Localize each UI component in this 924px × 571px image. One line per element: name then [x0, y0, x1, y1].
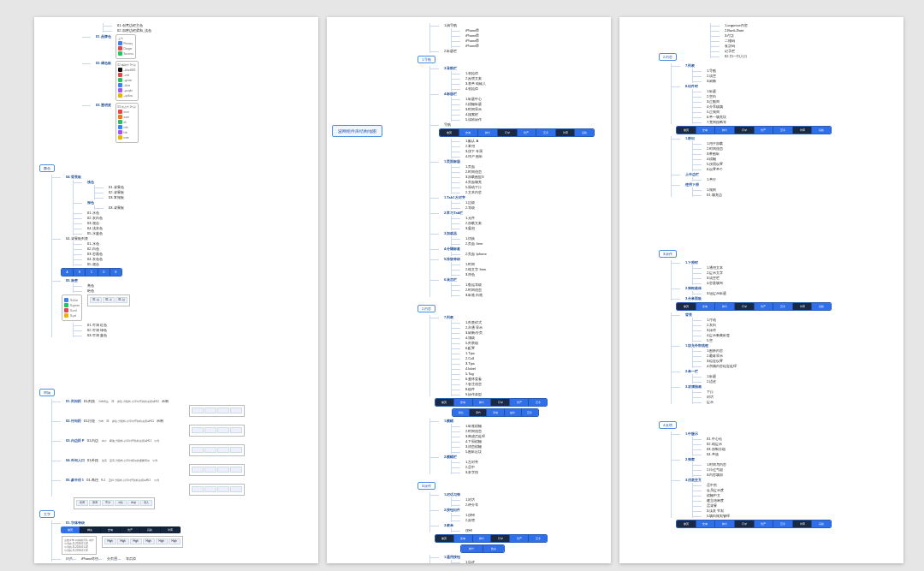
node: 2.标题栏	[439, 49, 606, 53]
group-head: 2.横幅栏	[439, 455, 606, 459]
node: 居背景	[702, 503, 832, 508]
group-head: 3.分享面板	[680, 296, 832, 300]
node: 3.清空栏	[702, 276, 832, 280]
section-3-action-r[interactable]: 3.操作	[659, 250, 677, 258]
swatch-card-a: 主色 PrimaryDangerSuccess	[116, 34, 136, 59]
node: 2.最终显示	[702, 354, 832, 358]
node: 1.时间	[460, 262, 606, 266]
node: 2.Bank-Gate	[720, 28, 898, 33]
col1-text-section: 文字 01.字体等级 首页特点交易资产我的设置 含挂今年.风格阴沉化.动作示例的…	[39, 509, 184, 562]
node: 1.抽导航	[439, 23, 606, 27]
section-2-content[interactable]: 2.内容	[418, 305, 435, 312]
section-4-feedback[interactable]: 4.反馈	[659, 421, 677, 429]
group-head: 8.组件时	[680, 84, 832, 88]
section-color[interactable]: 颜色	[39, 164, 55, 172]
node: 3.重启	[460, 226, 606, 230]
section-1-nav[interactable]: 1.导航	[418, 56, 435, 63]
node: 3.内容填加	[702, 473, 832, 477]
nav-label: 导航	[439, 122, 606, 127]
navbar-strip-r2[interactable]: 首页交易持仓记录资产更多设置我的	[676, 126, 832, 134]
node: 2.时间信息	[460, 429, 606, 433]
panel-col-3: 1.organise内容2.Bank-Gate3.付款二维码收款码记录栏02.扫…	[619, 17, 903, 563]
node: 2.Call	[460, 356, 606, 360]
node: 2.反馈文案	[460, 76, 606, 80]
node: 2.反馈	[460, 518, 606, 522]
group-head: 7.列表	[439, 315, 606, 319]
node: 03.容器色	[82, 252, 131, 256]
node: 4.用户 图标	[460, 154, 606, 158]
node: 2.描述	[702, 379, 832, 384]
bg-list: 04.背景板列表	[61, 236, 131, 241]
dark-tabbar[interactable]: 首页特点交易资产我的设置	[61, 526, 181, 533]
node: 1.时间与内容	[702, 462, 832, 467]
root-title-chip[interactable]: 波网组件库结构地图	[332, 125, 382, 137]
group-head: 1.对话与弹	[439, 492, 606, 497]
brand-color: 01.品牌色	[91, 34, 111, 39]
navbar-strip-r3[interactable]: 首页交易持仓记录资产更多设置我的	[676, 302, 832, 311]
col3-sect4: 4.反馈 1.中提示01.中心轮02.纯提示03.加制分组04.单选2.弹窗1.…	[659, 419, 832, 530]
section-3-action[interactable]: 3.操作	[418, 482, 435, 490]
node: 1.左对齐	[460, 460, 606, 464]
section-spacing[interactable]: 间隔	[39, 389, 55, 396]
node: 7.宽间距断等	[702, 120, 832, 124]
node: 1.用于加载	[702, 141, 832, 146]
node: 3.正般间	[702, 99, 832, 104]
swatch-card-d: G-blueG-greenG-redG-yel	[62, 294, 82, 321]
navbar-strip-1[interactable]: 首页交易持仓记录资产更多设置我的	[439, 128, 595, 137]
node: 4.页面填充	[460, 180, 606, 184]
node: 1.切换	[460, 236, 606, 241]
node: 1.数据等级	[460, 283, 606, 287]
col1-top: 01.创意边框主色 02.加密边框柔和_浅色 01.品牌色 主色 Primary…	[91, 23, 313, 144]
card-title: 02.辅助色 7色系	[118, 63, 137, 67]
palette: 02.调色板	[91, 61, 111, 65]
node: 8.组件	[460, 387, 606, 391]
node: 4.横幅	[702, 157, 832, 161]
node: 02.纯提示	[702, 442, 832, 446]
node: 2.页面 Iphone	[460, 252, 606, 256]
group-head: 3.消息交互	[680, 478, 832, 482]
node: 01.水色	[82, 241, 131, 246]
group-head: 3.表单	[439, 523, 606, 527]
navbar-strip-r4[interactable]: 首页交易持仓记录资产更多设置我的	[676, 520, 832, 528]
navbar-strip-2a[interactable]: 首页交易持仓记录资产更多	[435, 398, 548, 407]
node: 1.按钮	[460, 513, 606, 517]
node: 04.浅灰色	[82, 226, 131, 230]
col1-color-section: 颜色 04.背景板 浅色01.背景色02.背景板03.常规板深色03.背景板 0…	[39, 163, 131, 338]
node: 3.加载图型3	[460, 175, 606, 179]
node: 5.按照设置	[702, 162, 832, 166]
panel-col-2: 波网组件库结构地图 1.抽导航 iPhone早iPhone早iPhone早iPh…	[327, 17, 611, 563]
node: 2.评分等	[460, 503, 606, 507]
node: 3.按下 专属	[460, 149, 606, 153]
node: 03.常规板	[104, 195, 131, 199]
group-head: 1.下滑时	[680, 260, 832, 265]
node: 1.元件	[460, 216, 606, 220]
node: 2.页面 Item	[460, 241, 606, 246]
group-head: 1.Tab1 左对齐	[439, 195, 606, 199]
node: 1.标题	[702, 374, 832, 378]
node: 暗色	[82, 288, 131, 293]
section-text[interactable]: 文字	[39, 510, 55, 518]
node: 01.创意边框主色	[112, 23, 313, 27]
tabbar-small[interactable]: ABCDE	[61, 268, 122, 277]
navbar-strip-3b[interactable]: 统计热点	[460, 544, 505, 553]
navbar-strip-3[interactable]: 首页交易持仓记录资产更多	[435, 534, 548, 543]
node: 04.单选	[702, 452, 832, 456]
node: 3.淡灰 节划	[702, 509, 832, 513]
group-head: 6.状态栏	[439, 277, 606, 282]
node: 5.填白规划管理	[702, 514, 832, 518]
node: 3.刷新	[702, 79, 832, 83]
col3-sect3: 3.操作 1.下滑时1.通用文本2.提示文字3.清空栏4.容量填写2.弹框载体3…	[659, 248, 832, 405]
node: 按钮	[460, 528, 606, 532]
node: 居中页	[702, 483, 832, 487]
node: 4.容量填写	[702, 281, 832, 285]
card-title: 03.状态色 1色系	[118, 105, 137, 109]
node: 03.可调 蓝色	[82, 333, 131, 337]
navbar-strip-2b[interactable]: 默认深色浮动圆角更多	[452, 408, 539, 417]
section-2-content-r[interactable]: 2.内容	[659, 53, 677, 61]
node: 2.提示文字	[702, 271, 832, 275]
node: 1.Tips	[460, 351, 606, 355]
node: 1.规则	[702, 187, 832, 192]
node: 1.标题中心	[460, 97, 606, 101]
example-grid: 高度宽度等分对比自动流入	[74, 497, 155, 509]
node: 6.单一填充块	[702, 115, 832, 119]
